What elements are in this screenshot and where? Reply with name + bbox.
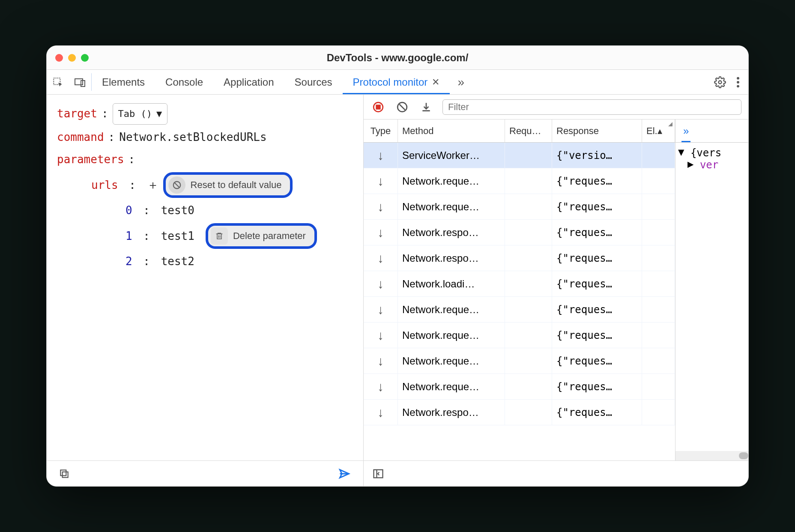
inspect-element-icon[interactable]	[47, 70, 69, 94]
maximize-window-button[interactable]	[81, 54, 89, 62]
table-row[interactable]: ↓Network.loadi…{"reques…	[364, 271, 675, 297]
col-method-header[interactable]: Method	[398, 120, 505, 142]
add-item-icon[interactable]: ＋	[147, 174, 159, 196]
target-value: Tab ()	[118, 105, 152, 123]
tree-root-label: {vers	[690, 147, 721, 159]
copy-icon[interactable]	[59, 468, 70, 479]
command-value[interactable]: Network.setBlockedURLs	[119, 127, 266, 147]
direction-arrow-icon: ↓	[364, 323, 398, 348]
scrollbar-thumb[interactable]	[739, 452, 748, 459]
direction-arrow-icon: ↓	[364, 168, 398, 194]
more-tabs-icon[interactable]: »	[450, 70, 472, 94]
table-row[interactable]: ↓Network.reque…{"reques…	[364, 194, 675, 220]
table-row[interactable]: ↓Network.reque…{"reques…	[364, 297, 675, 323]
direction-arrow-icon: ↓	[364, 348, 398, 374]
response-cell: {"reques…	[552, 323, 642, 348]
corner-resize-icon[interactable]	[668, 122, 672, 126]
svg-line-8	[174, 183, 179, 188]
direction-arrow-icon: ↓	[364, 220, 398, 245]
target-key: target	[57, 104, 97, 124]
elapsed-cell	[642, 374, 675, 399]
method-cell: Network.reque…	[398, 297, 505, 322]
table-row[interactable]: ↓Network.respo…{"reques…	[364, 220, 675, 245]
table-row[interactable]: ↓Network.reque…{"reques…	[364, 374, 675, 400]
settings-icon[interactable]	[714, 76, 726, 88]
devtools-window: DevTools - www.google.com/ Elements Cons…	[46, 45, 749, 487]
chevron-down-icon: ▼	[156, 105, 162, 123]
tab-label: Console	[165, 76, 203, 88]
filter-input[interactable]	[442, 99, 741, 115]
direction-arrow-icon: ↓	[364, 374, 398, 399]
tree-child-label: ver	[700, 159, 718, 171]
elapsed-cell	[642, 245, 675, 271]
response-cell: {"reques…	[552, 297, 642, 322]
tree-child[interactable]: ▶ ver	[678, 159, 746, 171]
direction-arrow-icon: ↓	[364, 271, 398, 296]
tab-protocol-monitor[interactable]: Protocol monitor ✕	[343, 70, 450, 94]
col-request-header[interactable]: Requ…	[505, 120, 552, 142]
direction-arrow-icon: ↓	[364, 245, 398, 271]
tab-console[interactable]: Console	[155, 70, 213, 94]
tab-application[interactable]: Application	[213, 70, 284, 94]
table-row[interactable]: ↓ServiceWorker…{"versio…	[364, 143, 675, 168]
caret-down-icon: ▼	[678, 146, 684, 158]
trash-icon	[211, 227, 228, 245]
table-row[interactable]: ↓Network.reque…{"reques…	[364, 168, 675, 194]
response-cell: {"reques…	[552, 348, 642, 374]
delete-callout[interactable]: Delete parameter	[206, 223, 317, 249]
reset-callout[interactable]: Reset to default value	[163, 172, 293, 198]
col-type-header[interactable]: Type	[364, 120, 398, 142]
table-row[interactable]: ↓Network.reque…{"reques…	[364, 348, 675, 374]
method-cell: Network.respo…	[398, 400, 505, 425]
kebab-menu-icon[interactable]	[736, 76, 740, 88]
window-title: DevTools - www.google.com/	[47, 52, 748, 64]
reset-callout-label: Reset to default value	[191, 176, 282, 194]
svg-point-3	[719, 81, 722, 84]
toggle-drawer-icon[interactable]	[372, 468, 384, 480]
minimize-window-button[interactable]	[68, 54, 76, 62]
svg-line-17	[400, 104, 405, 110]
close-window-button[interactable]	[55, 54, 63, 62]
close-tab-icon[interactable]: ✕	[432, 77, 439, 88]
elapsed-cell	[642, 271, 675, 296]
array-index: 1	[126, 226, 132, 246]
tab-label: Sources	[295, 76, 332, 88]
details-side-panel: » ▼ {vers ▶ ver	[675, 120, 748, 460]
table-row[interactable]: ↓Network.reque…{"reques…	[364, 323, 675, 348]
response-cell: {"reques…	[552, 374, 642, 399]
horizontal-scrollbar[interactable]	[675, 451, 748, 460]
method-cell: Network.respo…	[398, 245, 505, 271]
tab-elements[interactable]: Elements	[92, 70, 155, 94]
device-toolbar-icon[interactable]	[69, 70, 91, 94]
target-select[interactable]: Tab () ▼	[113, 103, 168, 125]
command-editor-panel: target: Tab () ▼ command: Network.setBlo…	[47, 95, 364, 486]
record-icon[interactable]	[371, 99, 386, 115]
request-cell	[505, 143, 552, 168]
method-cell: Network.reque…	[398, 194, 505, 219]
response-cell: {"reques…	[552, 400, 642, 425]
tab-label: Protocol monitor	[353, 76, 428, 88]
direction-arrow-icon: ↓	[364, 143, 398, 168]
tab-sources[interactable]: Sources	[284, 70, 343, 94]
elapsed-cell	[642, 400, 675, 425]
send-command-icon[interactable]	[338, 468, 351, 480]
array-value[interactable]: test1	[161, 226, 194, 246]
download-icon[interactable]	[418, 99, 434, 115]
table-row[interactable]: ↓Network.respo…{"reques…	[364, 400, 675, 425]
caret-right-icon: ▶	[687, 158, 693, 170]
elapsed-cell	[642, 143, 675, 168]
direction-arrow-icon: ↓	[364, 297, 398, 322]
request-cell	[505, 168, 552, 194]
col-response-header[interactable]: Response	[552, 120, 642, 142]
response-cell: {"reques…	[552, 220, 642, 245]
method-cell: Network.reque…	[398, 374, 505, 399]
request-cell	[505, 245, 552, 271]
side-more-tabs-icon[interactable]: »	[681, 120, 690, 142]
clear-icon[interactable]	[395, 99, 410, 115]
table-row[interactable]: ↓Network.respo…{"reques…	[364, 245, 675, 271]
command-key: command	[57, 127, 104, 147]
array-value[interactable]: test0	[161, 200, 194, 221]
svg-rect-13	[60, 470, 66, 475]
array-value[interactable]: test2	[161, 251, 194, 272]
tree-root[interactable]: ▼ {vers	[678, 147, 746, 159]
